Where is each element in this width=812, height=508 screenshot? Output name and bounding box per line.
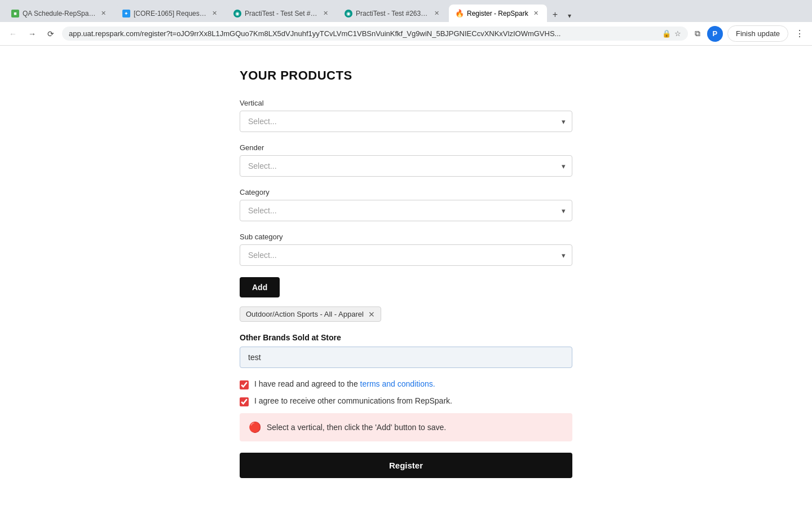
error-banner: 🔴 Select a vertical, then click the 'Add… [240, 413, 572, 441]
tab-close-1[interactable]: ✕ [99, 9, 108, 17]
add-button[interactable]: Add [240, 277, 280, 297]
tab-practitest-2[interactable]: ◉ PractiTest - Test #2637 - Ver... ✕ [338, 5, 448, 22]
subcategory-label: Sub category [240, 233, 572, 241]
extensions-button[interactable]: ⧉ [692, 27, 703, 41]
tab-label-4: PractiTest - Test #2637 - Ver... [356, 10, 429, 17]
terms-checkbox-row: I have read and agreed to the terms and … [240, 379, 572, 389]
subcategory-select[interactable]: Select... [240, 244, 572, 266]
reload-button[interactable]: ⟳ [44, 27, 58, 41]
tab-list-chevron[interactable]: ▾ [563, 10, 576, 22]
other-brands-label: Other Brands Sold at Store [240, 333, 572, 342]
lock-icon: 🔒 [662, 29, 671, 38]
tab-close-3[interactable]: ✕ [321, 9, 330, 17]
vertical-group: Vertical Select... ▾ [240, 99, 572, 132]
category-label: Category [240, 188, 572, 196]
nav-bar: ← → ⟳ app.uat.repspark.com/register?t=oJ… [0, 22, 812, 46]
vertical-select[interactable]: Select... [240, 111, 572, 132]
communications-checkbox[interactable] [240, 397, 249, 406]
forward-button[interactable]: → [25, 27, 39, 41]
nav-actions: ⧉ P Finish update ⋮ [692, 25, 806, 42]
tab-favicon-5: 🔥 [456, 10, 464, 17]
address-bar[interactable]: app.uat.repspark.com/register?t=oJO9rrXx… [62, 27, 688, 41]
more-options-button[interactable]: ⋮ [793, 26, 806, 41]
back-button[interactable]: ← [6, 27, 20, 41]
tab-favicon-4: ◉ [345, 10, 352, 17]
tab-register-repspark[interactable]: 🔥 Register - RepSpark ✕ [449, 5, 547, 22]
register-button[interactable]: Register [240, 453, 572, 478]
other-brands-input[interactable] [240, 347, 572, 368]
tab-label-2: [CORE-1065] Request Acces... [134, 10, 207, 17]
terms-link[interactable]: terms and conditions. [360, 379, 435, 388]
error-icon: 🔴 [249, 421, 261, 433]
vertical-label: Vertical [240, 99, 572, 107]
star-icon[interactable]: ☆ [674, 29, 681, 38]
tab-close-5[interactable]: ✕ [532, 9, 540, 17]
browser-chrome: ■ QA Schedule-RepSpark - Go... ✕ ✦ [CORE… [0, 0, 812, 46]
tab-label-1: QA Schedule-RepSpark - Go... [23, 10, 96, 17]
page-title: YOUR PRODUCTS [240, 68, 572, 83]
tab-close-4[interactable]: ✕ [433, 9, 441, 17]
address-icons: 🔒 ☆ [662, 29, 681, 38]
communications-text: I agree to receive other communications … [254, 396, 452, 405]
subcategory-select-wrapper: Select... ▾ [240, 244, 572, 266]
tab-close-2[interactable]: ✕ [210, 9, 219, 17]
category-select[interactable]: Select... [240, 200, 572, 221]
other-brands-group: Other Brands Sold at Store [240, 333, 572, 368]
tab-favicon-2: ✦ [122, 10, 130, 17]
address-text: app.uat.repspark.com/register?t=oJO9rrXx… [69, 29, 657, 38]
tag-item: Outdoor/Action Sports - All - Apparel ✕ [240, 306, 381, 322]
gender-label: Gender [240, 143, 572, 152]
tab-label-3: PractiTest - Test Set #369 - R... [245, 10, 318, 17]
tab-bar: ■ QA Schedule-RepSpark - Go... ✕ ✦ [CORE… [0, 0, 812, 22]
tab-favicon-1: ■ [11, 10, 19, 17]
terms-checkbox[interactable] [240, 380, 249, 389]
new-tab-button[interactable]: + [548, 7, 562, 22]
tab-qa-schedule[interactable]: ■ QA Schedule-RepSpark - Go... ✕ [5, 5, 114, 22]
gender-select[interactable]: Select... [240, 155, 572, 177]
tag-label: Outdoor/Action Sports - All - Apparel [246, 310, 364, 318]
vertical-select-wrapper: Select... ▾ [240, 111, 572, 132]
profile-avatar[interactable]: P [707, 26, 723, 42]
category-group: Category Select... ▾ [240, 188, 572, 221]
product-tag: Outdoor/Action Sports - All - Apparel ✕ [240, 306, 572, 333]
tab-label-5: Register - RepSpark [467, 10, 528, 17]
terms-text: I have read and agreed to the terms and … [254, 379, 435, 388]
error-text: Select a vertical, then click the 'Add' … [267, 423, 446, 432]
gender-select-wrapper: Select... ▾ [240, 155, 572, 177]
communications-checkbox-row: I agree to receive other communications … [240, 396, 572, 406]
subcategory-group: Sub category Select... ▾ [240, 233, 572, 266]
tab-practitest-1[interactable]: ◉ PractiTest - Test Set #369 - R... ✕ [227, 5, 337, 22]
tab-favicon-3: ◉ [233, 10, 241, 17]
tab-core-1065[interactable]: ✦ [CORE-1065] Request Acces... ✕ [116, 5, 226, 22]
page-content: YOUR PRODUCTS Vertical Select... ▾ Gende… [0, 46, 812, 508]
tag-remove-button[interactable]: ✕ [368, 310, 375, 318]
gender-group: Gender Select... ▾ [240, 143, 572, 177]
form-container: YOUR PRODUCTS Vertical Select... ▾ Gende… [240, 68, 572, 478]
finish-update-button[interactable]: Finish update [727, 25, 788, 42]
category-select-wrapper: Select... ▾ [240, 200, 572, 221]
